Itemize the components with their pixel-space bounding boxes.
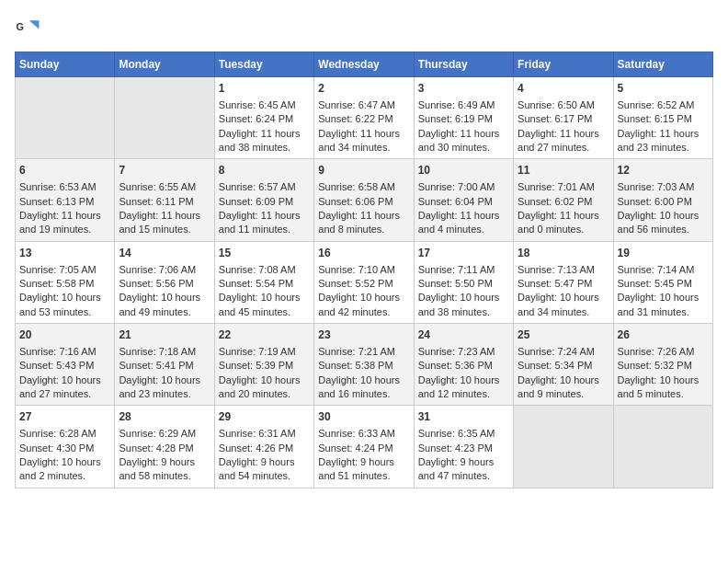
day-number: 2	[318, 81, 409, 97]
calendar-cell: 10Sunrise: 7:00 AMSunset: 6:04 PMDayligh…	[414, 159, 513, 241]
day-number: 24	[418, 327, 509, 343]
day-info: Sunset: 4:23 PM	[418, 442, 509, 455]
week-row-5: 27Sunrise: 6:28 AMSunset: 4:30 PMDayligh…	[16, 406, 713, 488]
day-info: Sunrise: 6:33 AM	[318, 427, 409, 441]
calendar-cell	[115, 77, 214, 159]
day-info: Sunset: 5:41 PM	[119, 359, 210, 373]
calendar-cell: 31Sunrise: 6:35 AMSunset: 4:23 PMDayligh…	[414, 406, 513, 488]
day-number: 30	[318, 409, 409, 425]
calendar-cell: 16Sunrise: 7:10 AMSunset: 5:52 PMDayligh…	[314, 241, 414, 323]
day-info: Sunset: 5:39 PM	[219, 359, 310, 373]
day-info: Sunset: 6:04 PM	[418, 195, 509, 209]
calendar-cell	[613, 406, 712, 488]
day-number: 14	[119, 246, 210, 261]
day-info: Sunset: 5:43 PM	[19, 359, 110, 373]
day-info: Sunset: 5:54 PM	[219, 277, 310, 291]
day-info: Daylight: 10 hours and 5 minutes.	[618, 373, 709, 402]
day-info: Daylight: 11 hours and 30 minutes.	[418, 127, 509, 155]
day-info: Sunset: 6:00 PM	[618, 195, 709, 209]
day-header-tuesday: Tuesday	[214, 52, 313, 77]
day-info: Daylight: 10 hours and 20 minutes.	[219, 373, 310, 402]
day-number: 28	[119, 409, 210, 425]
day-number: 20	[19, 327, 110, 343]
day-info: Sunrise: 7:16 AM	[19, 345, 110, 359]
calendar-cell: 18Sunrise: 7:13 AMSunset: 5:47 PMDayligh…	[514, 241, 613, 323]
day-number: 10	[418, 163, 509, 178]
day-number: 7	[119, 163, 210, 178]
day-headers-row: SundayMondayTuesdayWednesdayThursdayFrid…	[16, 52, 713, 77]
day-header-wednesday: Wednesday	[314, 52, 414, 77]
calendar-cell: 4Sunrise: 6:50 AMSunset: 6:17 PMDaylight…	[514, 77, 613, 159]
calendar-cell: 5Sunrise: 6:52 AMSunset: 6:15 PMDaylight…	[613, 77, 712, 159]
day-number: 5	[618, 81, 709, 97]
day-info: Daylight: 10 hours and 9 minutes.	[518, 373, 609, 402]
day-info: Daylight: 11 hours and 4 minutes.	[418, 209, 509, 237]
day-info: Sunset: 6:09 PM	[219, 195, 310, 209]
day-number: 1	[219, 81, 310, 97]
day-number: 31	[418, 409, 509, 425]
day-number: 23	[318, 327, 409, 343]
day-info: Sunrise: 7:24 AM	[518, 345, 609, 359]
day-info: Sunrise: 6:53 AM	[19, 180, 110, 194]
calendar-cell: 26Sunrise: 7:26 AMSunset: 5:32 PMDayligh…	[613, 324, 712, 406]
week-row-4: 20Sunrise: 7:16 AMSunset: 5:43 PMDayligh…	[16, 324, 713, 406]
day-info: Sunset: 6:02 PM	[518, 195, 609, 209]
day-number: 15	[219, 246, 310, 261]
day-info: Sunrise: 7:26 AM	[618, 345, 709, 359]
day-info: Sunrise: 6:35 AM	[418, 427, 509, 441]
calendar-cell	[16, 77, 115, 159]
day-info: Sunrise: 7:05 AM	[19, 263, 110, 277]
day-info: Sunrise: 6:49 AM	[418, 98, 509, 112]
week-row-2: 6Sunrise: 6:53 AMSunset: 6:13 PMDaylight…	[16, 159, 713, 241]
logo-icon: G	[15, 15, 40, 40]
logo: G	[15, 15, 44, 40]
day-info: Sunset: 5:34 PM	[518, 359, 609, 373]
day-header-thursday: Thursday	[414, 52, 513, 77]
day-info: Sunrise: 7:03 AM	[618, 180, 709, 194]
calendar-cell: 14Sunrise: 7:06 AMSunset: 5:56 PMDayligh…	[115, 241, 214, 323]
day-info: Daylight: 10 hours and 56 minutes.	[618, 209, 709, 237]
day-info: Sunset: 6:06 PM	[318, 195, 409, 209]
day-info: Daylight: 10 hours and 23 minutes.	[119, 373, 210, 402]
day-info: Sunrise: 7:08 AM	[219, 263, 310, 277]
calendar-cell: 30Sunrise: 6:33 AMSunset: 4:24 PMDayligh…	[314, 406, 414, 488]
day-info: Daylight: 11 hours and 8 minutes.	[318, 209, 409, 237]
day-info: Sunrise: 7:13 AM	[518, 263, 609, 277]
calendar-cell: 3Sunrise: 6:49 AMSunset: 6:19 PMDaylight…	[414, 77, 513, 159]
day-number: 13	[19, 246, 110, 261]
day-header-saturday: Saturday	[613, 52, 712, 77]
calendar-cell: 25Sunrise: 7:24 AMSunset: 5:34 PMDayligh…	[514, 324, 613, 406]
day-info: Sunset: 6:15 PM	[618, 112, 709, 126]
day-info: Daylight: 10 hours and 27 minutes.	[19, 373, 110, 402]
day-info: Sunset: 6:24 PM	[219, 112, 310, 126]
day-number: 29	[219, 409, 310, 425]
day-info: Sunrise: 7:01 AM	[518, 180, 609, 194]
day-info: Sunset: 5:45 PM	[618, 277, 709, 291]
calendar-cell: 21Sunrise: 7:18 AMSunset: 5:41 PMDayligh…	[115, 324, 214, 406]
week-row-3: 13Sunrise: 7:05 AMSunset: 5:58 PMDayligh…	[16, 241, 713, 323]
day-number: 12	[618, 163, 709, 178]
day-info: Sunrise: 7:21 AM	[318, 345, 409, 359]
day-info: Sunset: 5:50 PM	[418, 277, 509, 291]
calendar-cell: 6Sunrise: 6:53 AMSunset: 6:13 PMDaylight…	[16, 159, 115, 241]
day-info: Daylight: 11 hours and 15 minutes.	[119, 209, 210, 237]
day-info: Daylight: 9 hours and 51 minutes.	[318, 455, 409, 484]
calendar-cell: 19Sunrise: 7:14 AMSunset: 5:45 PMDayligh…	[613, 241, 712, 323]
day-info: Daylight: 10 hours and 2 minutes.	[19, 455, 110, 484]
day-info: Sunrise: 6:31 AM	[219, 427, 310, 441]
day-info: Sunrise: 6:29 AM	[119, 427, 210, 441]
day-info: Sunrise: 7:10 AM	[318, 263, 409, 277]
svg-marker-1	[29, 20, 40, 29]
day-info: Sunset: 5:38 PM	[318, 359, 409, 373]
day-info: Sunrise: 7:18 AM	[119, 345, 210, 359]
calendar-cell: 8Sunrise: 6:57 AMSunset: 6:09 PMDaylight…	[214, 159, 313, 241]
day-info: Daylight: 9 hours and 47 minutes.	[418, 455, 509, 484]
calendar-cell: 20Sunrise: 7:16 AMSunset: 5:43 PMDayligh…	[16, 324, 115, 406]
calendar-cell: 22Sunrise: 7:19 AMSunset: 5:39 PMDayligh…	[214, 324, 313, 406]
day-number: 22	[219, 327, 310, 343]
day-number: 6	[19, 163, 110, 178]
calendar-cell	[514, 406, 613, 488]
day-info: Sunset: 4:30 PM	[19, 442, 110, 455]
calendar-cell: 13Sunrise: 7:05 AMSunset: 5:58 PMDayligh…	[16, 241, 115, 323]
calendar-cell: 12Sunrise: 7:03 AMSunset: 6:00 PMDayligh…	[613, 159, 712, 241]
